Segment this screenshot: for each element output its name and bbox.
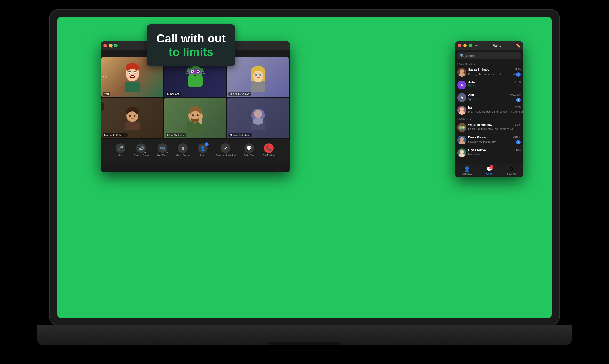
mute-icon: 🎤 — [116, 143, 125, 153]
svg-rect-35 — [125, 122, 140, 130]
compose-icon[interactable]: ✏️ — [516, 44, 520, 48]
chat-name: Denis Popov — [468, 136, 486, 139]
margarita-label: Margarita Bobrova — [103, 133, 128, 137]
tooltip-subtitle: to limits — [156, 45, 226, 59]
chat-name: Walks in Moscow — [468, 123, 492, 127]
mute-label: Mute — [118, 154, 123, 157]
natalia-label: Natalia Kallistova — [229, 133, 252, 137]
supercat-label: Super Cat — [166, 92, 181, 96]
invite-icon: 👤 3 — [198, 143, 207, 153]
list-item[interactable]: Sasha Smirnov 11:29 Plus, by the end of … — [455, 66, 523, 79]
settings-icon: ⚙ — [509, 166, 514, 172]
chat-name-row: Ira 13:55 — [468, 106, 521, 109]
avatar — [457, 148, 466, 157]
contacts-nav-item[interactable]: 👤 Contacts — [458, 165, 476, 176]
chat-name-row: Anton 13:33 — [468, 81, 521, 84]
sound-button[interactable]: 🔊 ••• Disabled Sound — [131, 141, 152, 158]
recent-collapse-icon[interactable]: ▲ — [469, 117, 472, 120]
svg-point-55 — [253, 118, 263, 125]
chat-titlebar: ••• Чаты ✏️ — [455, 41, 523, 50]
svg-point-70 — [460, 150, 464, 154]
chat-badge: 2 — [516, 72, 521, 77]
chat-badge: 1 — [516, 98, 521, 102]
screen-bezel: Call with out to limits Secure video cal… — [50, 10, 559, 325]
svg-rect-5 — [131, 76, 134, 77]
settings-nav-item[interactable]: ⚙ Settings — [503, 165, 520, 176]
video-icon: 📹 ••• — [158, 143, 167, 153]
chat-time: Yesterday — [510, 93, 521, 96]
svg-point-3 — [127, 69, 138, 81]
avatar — [457, 136, 466, 144]
recent-label: RECENT — [457, 117, 468, 120]
svg-point-38 — [128, 111, 137, 121]
avatar — [457, 123, 466, 132]
invite-button[interactable]: 👤 3 Invite — [195, 141, 210, 158]
chat-min-btn[interactable] — [463, 44, 467, 47]
invite-label: Invite — [200, 154, 206, 157]
zoom-icon: ⤢ — [221, 143, 231, 153]
chat-preview: Give me the last picture — [468, 140, 496, 143]
chat-name: Anton — [468, 81, 477, 84]
chat-preview: Me: This is the best thing I've seen in … — [468, 110, 523, 113]
invite-badge: 3 — [205, 142, 208, 146]
list-item[interactable]: Walks in Moscow 14:45 Sasha Smirnov: Now… — [455, 121, 523, 134]
chat-info: Olya Frolova 21 Dec No Please — [468, 148, 521, 156]
chat-name-row: Olya Frolova 21 Dec — [468, 148, 521, 152]
sound-icon: 🔊 ••• — [136, 143, 146, 153]
video-cell-uliana: 🔇 Uliana Suvorova — [227, 57, 289, 98]
chat-info: Sasha Smirnov 11:29 Plus, by the end of … — [468, 68, 521, 77]
prev-page-button[interactable]: ‹ — [101, 103, 104, 111]
chat-time: 13:33 — [515, 81, 521, 84]
list-item[interactable]: Ira 13:55 Me: This is the best thing I'v… — [455, 104, 523, 117]
chats-icon-wrap: 💬 46 — [486, 166, 492, 172]
chat-time: 21 Dec — [513, 149, 521, 151]
zoom-button[interactable]: ⤢ Zoom to full Window — [213, 141, 239, 158]
svg-point-40 — [134, 115, 136, 117]
list-item[interactable]: А Аня Yesterday 📎 File 1 — [455, 91, 523, 104]
chat-max-btn[interactable] — [469, 44, 472, 47]
chat-search-bar[interactable]: 🔍 Search — [457, 52, 521, 60]
zoom-label: Zoom to full Window — [216, 154, 236, 157]
chat-name: Аня — [468, 93, 474, 97]
svg-point-54 — [254, 110, 262, 118]
favorites-section: FAVORITES ▲ — [455, 61, 523, 66]
svg-rect-64 — [459, 126, 462, 129]
traffic-lights — [104, 44, 117, 47]
chat-dots-menu[interactable]: ••• — [475, 44, 479, 48]
chat-close-btn[interactable] — [458, 44, 461, 47]
close-button[interactable] — [104, 44, 107, 47]
chat-time: 23 Dec — [513, 136, 521, 139]
you-label: You — [103, 92, 110, 96]
search-placeholder: Search — [466, 54, 476, 58]
chat-name-row: Sasha Smirnov 11:29 — [468, 68, 521, 71]
goto-chat-icon: 💬 — [244, 143, 254, 153]
typing-indicator: typing... — [468, 84, 477, 87]
laptop-base — [37, 325, 572, 345]
link-icon: 🔗 — [111, 44, 115, 48]
svg-rect-10 — [125, 82, 140, 92]
chats-nav-item[interactable]: 💬 46 Chats — [482, 165, 497, 176]
list-item[interactable]: Denis Popov 23 Dec Give me the last pict… — [455, 134, 523, 146]
end-meeting-button[interactable]: 📞 End Meeting — [260, 141, 278, 158]
video-cell-margarita: Margarita Bobrova — [101, 98, 163, 138]
svg-point-49 — [197, 114, 199, 116]
favorites-collapse-icon[interactable]: ▲ — [473, 62, 475, 65]
search-icon: 🔍 — [460, 53, 465, 58]
contacts-label: Contacts — [462, 172, 472, 175]
tooltip-bubble: Call with out to limits — [147, 24, 235, 66]
svg-point-25 — [197, 76, 201, 80]
laptop-screen: Call with out to limits Secure video cal… — [57, 17, 552, 318]
svg-point-8 — [129, 73, 130, 74]
svg-point-31 — [253, 71, 263, 81]
contacts-icon: 👤 — [464, 166, 470, 172]
mute-button[interactable]: 🎤 Mute — [113, 141, 128, 158]
goto-chat-button[interactable]: 💬 Go to Chat — [241, 141, 257, 158]
list-item[interactable]: A Anton 13:33 typing... ✓✓ — [455, 79, 523, 91]
chat-time: 14:45 — [515, 123, 521, 126]
svg-point-48 — [192, 114, 194, 116]
chats-label: Chats — [486, 172, 493, 175]
chats-badge: 46 — [490, 165, 493, 169]
video-button[interactable]: 📹 ••• Start Video — [154, 141, 171, 158]
share-screen-button[interactable]: ⬆ Share Screen — [173, 141, 193, 158]
list-item[interactable]: Olya Frolova 21 Dec No Please — [455, 146, 523, 159]
